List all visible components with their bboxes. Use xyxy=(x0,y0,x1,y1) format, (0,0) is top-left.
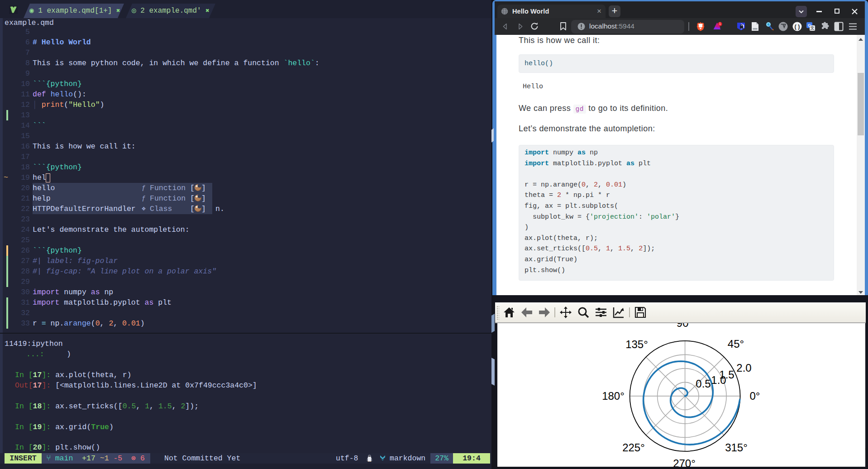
svg-text:0°: 0° xyxy=(750,390,760,402)
svg-text:225°: 225° xyxy=(622,441,645,454)
svg-text:135°: 135° xyxy=(625,338,648,350)
svg-text:0.5: 0.5 xyxy=(696,378,711,390)
svg-text:1.5: 1.5 xyxy=(719,368,734,381)
svg-text:(): () xyxy=(794,24,800,30)
svg-text:文: 文 xyxy=(810,26,815,30)
svg-text:270°: 270° xyxy=(673,457,696,467)
svg-text:90°: 90° xyxy=(677,323,693,329)
svg-text:180°: 180° xyxy=(602,390,625,402)
svg-text:315°: 315° xyxy=(725,441,748,454)
svg-text:1: 1 xyxy=(719,22,721,25)
svg-text:2.0: 2.0 xyxy=(736,362,751,374)
svg-text:45°: 45° xyxy=(728,338,744,350)
